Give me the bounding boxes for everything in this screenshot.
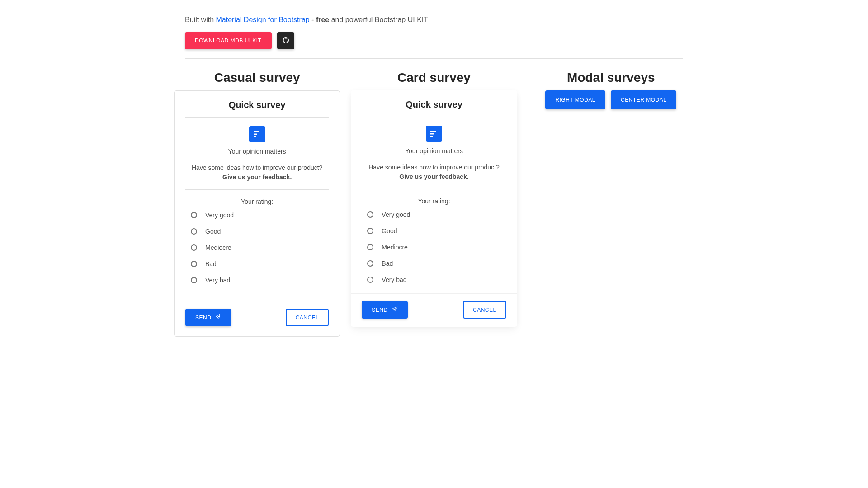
radio-very-good[interactable]: Very good: [367, 211, 500, 218]
paper-plane-icon: [392, 306, 398, 313]
card-survey-box: Quick survey Your opinion matters Have s…: [351, 90, 517, 327]
radio-very-bad[interactable]: Very bad: [367, 276, 500, 283]
send-button[interactable]: SEND: [185, 309, 231, 326]
ideas-text: Have some ideas how to improve our produ…: [362, 163, 506, 182]
intro-text: Built with Material Design for Bootstrap…: [185, 16, 683, 24]
radio-icon: [191, 244, 197, 251]
radio-icon: [191, 261, 197, 267]
radio-very-bad[interactable]: Very bad: [191, 277, 323, 284]
casual-title: Casual survey: [174, 70, 340, 85]
casual-survey-column: Casual survey Quick survey Your opinion …: [174, 70, 340, 337]
rating-label: Your rating:: [362, 197, 506, 205]
radio-icon: [367, 244, 373, 250]
card-title: Card survey: [351, 70, 517, 85]
github-icon: [283, 37, 289, 45]
radio-icon: [367, 260, 373, 267]
paper-plane-icon: [216, 314, 221, 321]
modal-title: Modal surveys: [528, 70, 694, 85]
radio-bad[interactable]: Bad: [367, 260, 500, 267]
center-modal-button[interactable]: CENTER MODAL: [611, 90, 676, 109]
right-modal-button[interactable]: RIGHT MODAL: [545, 90, 605, 109]
svg-rect-1: [254, 134, 257, 135]
svg-rect-4: [430, 133, 434, 135]
opinion-text: Your opinion matters: [362, 147, 506, 155]
cancel-button[interactable]: CANCEL: [463, 301, 506, 319]
mdb-link[interactable]: Material Design for Bootstrap: [216, 16, 309, 23]
survey-title: Quick survey: [185, 100, 329, 110]
radio-good[interactable]: Good: [367, 227, 500, 235]
opinion-text: Your opinion matters: [185, 148, 329, 155]
poll-icon: [249, 126, 265, 142]
ideas-text: Have some ideas how to improve our produ…: [185, 163, 329, 182]
svg-rect-5: [430, 136, 433, 137]
radio-bad[interactable]: Bad: [191, 260, 323, 267]
radio-mediocre[interactable]: Mediocre: [191, 244, 323, 251]
rating-label: Your rating:: [185, 198, 329, 205]
cancel-button[interactable]: CANCEL: [286, 309, 329, 326]
svg-rect-0: [254, 131, 259, 132]
survey-title: Quick survey: [362, 99, 506, 110]
radio-icon: [191, 277, 197, 283]
poll-icon: [426, 126, 442, 142]
card-survey-column: Card survey Quick survey Your opinion ma…: [351, 70, 517, 337]
radio-icon: [191, 212, 197, 218]
send-button[interactable]: SEND: [362, 301, 407, 319]
download-button[interactable]: DOWNLOAD MDB UI KIT: [185, 32, 272, 49]
radio-very-good[interactable]: Very good: [191, 211, 323, 219]
radio-mediocre[interactable]: Mediocre: [367, 244, 500, 251]
radio-icon: [367, 211, 373, 218]
radio-good[interactable]: Good: [191, 228, 323, 235]
svg-rect-2: [254, 136, 256, 137]
radio-icon: [367, 228, 373, 234]
svg-rect-3: [430, 131, 436, 132]
github-button[interactable]: [277, 32, 294, 49]
radio-icon: [367, 277, 373, 283]
modal-surveys-column: Modal surveys RIGHT MODAL CENTER MODAL: [528, 70, 694, 337]
casual-survey-box: Quick survey Your opinion matters Have s…: [174, 90, 340, 337]
radio-icon: [191, 228, 197, 235]
